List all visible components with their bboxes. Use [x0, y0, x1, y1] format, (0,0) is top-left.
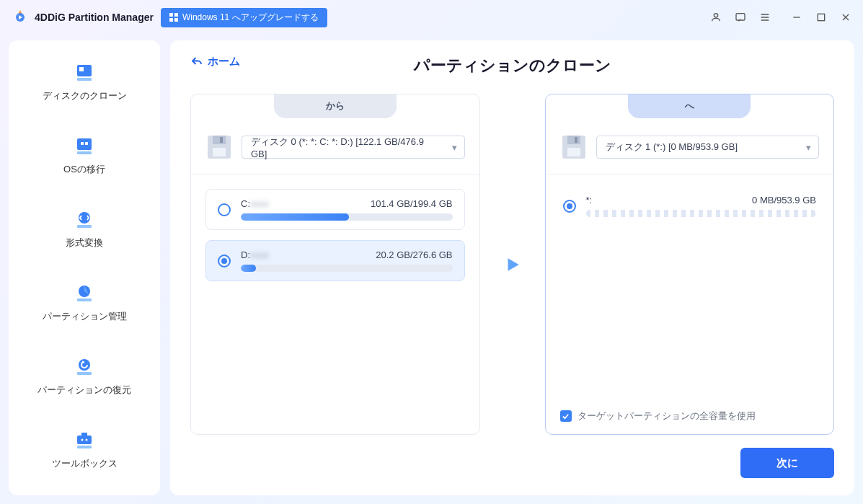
target-partition-0[interactable]: *:0 MB/953.9 GB	[560, 189, 820, 223]
source-disk-select[interactable]: ディスク 0 (*: *: C: *: D:) [122.1 GB/476.9 …	[242, 136, 465, 159]
svg-rect-13	[77, 151, 92, 154]
convert-icon	[73, 208, 96, 231]
close-icon[interactable]	[840, 12, 851, 23]
back-arrow-icon	[190, 56, 203, 68]
svg-point-4	[714, 14, 717, 17]
os-migrate-icon	[73, 134, 96, 157]
svg-rect-21	[81, 433, 87, 437]
next-button[interactable]: 次に	[740, 448, 834, 478]
arrow-icon	[493, 94, 532, 435]
sidebar: ディスクのクローン OSの移行 形式変換 パーティション管理 パーティションの復…	[9, 40, 160, 495]
radio-checked-icon[interactable]	[218, 255, 231, 268]
target-panel: へ ディスク 1 (*:) [0 MB/953.9 GB] *:0 MB/953…	[545, 94, 835, 435]
partition-size: 0 MB/953.9 GB	[752, 195, 816, 205]
svg-rect-9	[77, 78, 92, 81]
floppy-icon	[560, 133, 588, 161]
svg-point-22	[81, 439, 84, 441]
source-partition-list: C:xxxx101.4 GB/199.4 GB D:xxxx20.2 GB/27…	[191, 174, 479, 434]
svg-point-18	[79, 359, 90, 371]
maximize-icon[interactable]	[815, 12, 827, 23]
svg-rect-17	[77, 299, 92, 301]
menu-icon[interactable]	[759, 12, 771, 23]
window-controls	[710, 12, 851, 23]
upgrade-button[interactable]: Windows 11 へアップグレードする	[161, 8, 327, 27]
svg-rect-28	[220, 137, 223, 143]
source-disk-value: ディスク 0 (*: *: C: *: D:) [122.1 GB/476.9 …	[251, 136, 443, 159]
partition-size: 20.2 GB/276.6 GB	[376, 249, 452, 260]
account-icon[interactable]	[710, 12, 722, 23]
sidebar-item-label: ディスクのクローン	[43, 89, 127, 102]
logo-icon	[12, 9, 29, 26]
radio-unchecked-icon[interactable]	[218, 203, 231, 216]
partition-icon	[73, 281, 96, 304]
svg-rect-26	[213, 136, 226, 144]
sidebar-item-label: パーティション管理	[43, 310, 127, 323]
breadcrumb-label: ホーム	[208, 55, 240, 68]
full-capacity-label: ターゲットパーティションの全容量を使用	[577, 410, 756, 423]
svg-rect-30	[567, 136, 580, 144]
svg-rect-3	[174, 18, 178, 22]
sidebar-item-partition-recover[interactable]: パーティションの復元	[9, 348, 160, 404]
svg-rect-32	[575, 137, 577, 143]
sidebar-item-label: 形式変換	[66, 236, 103, 249]
toolbox-icon	[73, 428, 96, 451]
page-title: パーティションのクローン	[190, 55, 834, 76]
source-tab-label: から	[274, 94, 397, 118]
svg-rect-19	[77, 372, 92, 375]
svg-rect-11	[81, 142, 84, 145]
svg-rect-1	[174, 13, 178, 17]
sidebar-item-label: ツールボックス	[52, 457, 118, 470]
sidebar-item-partition-manage[interactable]: パーティション管理	[9, 274, 160, 330]
progress-bar	[241, 265, 453, 272]
app-title: 4DDiG Partition Manager	[35, 12, 154, 23]
feedback-icon[interactable]	[735, 12, 746, 23]
main-panel: ホーム パーティションのクローン から ディスク 0 (*: *: C: *: …	[170, 40, 854, 495]
minimize-icon[interactable]	[791, 12, 802, 23]
target-partition-list: *:0 MB/953.9 GB	[546, 174, 834, 398]
source-partition-1[interactable]: D:xxxx20.2 GB/276.6 GB	[205, 240, 465, 281]
breadcrumb-home[interactable]: ホーム	[190, 55, 240, 68]
svg-rect-27	[213, 148, 226, 156]
svg-rect-12	[85, 142, 88, 145]
recover-icon	[73, 355, 96, 378]
sidebar-item-os-migrate[interactable]: OSの移行	[9, 127, 160, 183]
progress-bar	[241, 213, 453, 221]
source-panel: から ディスク 0 (*: *: C: *: D:) [122.1 GB/476…	[190, 94, 480, 435]
full-capacity-row[interactable]: ターゲットパーティションの全容量を使用	[546, 398, 834, 434]
svg-rect-24	[77, 446, 92, 448]
partition-size: 101.4 GB/199.4 GB	[371, 198, 452, 209]
app-logo: 4DDiG Partition Manager	[12, 9, 154, 26]
target-tab-label: へ	[628, 94, 751, 118]
svg-rect-0	[169, 13, 173, 17]
svg-rect-6	[818, 14, 824, 20]
sidebar-item-label: OSの移行	[63, 163, 105, 176]
svg-rect-15	[77, 225, 92, 228]
sidebar-item-label: パーティションの復元	[37, 384, 131, 397]
partition-name: *:	[586, 195, 593, 205]
checkbox-checked-icon[interactable]	[560, 410, 572, 422]
svg-rect-31	[567, 148, 580, 156]
windows-icon	[169, 13, 178, 22]
radio-checked-icon[interactable]	[563, 200, 576, 213]
titlebar: 4DDiG Partition Manager Windows 11 へアップグ…	[0, 0, 863, 35]
target-disk-select[interactable]: ディスク 1 (*:) [0 MB/953.9 GB]	[596, 136, 820, 159]
svg-rect-5	[736, 14, 745, 20]
floppy-icon	[205, 133, 233, 161]
svg-rect-10	[77, 138, 92, 150]
disk-clone-icon	[73, 61, 96, 84]
upgrade-label: Windows 11 へアップグレードする	[182, 12, 319, 24]
svg-rect-8	[79, 67, 84, 71]
svg-point-23	[86, 439, 88, 441]
sidebar-item-toolbox[interactable]: ツールボックス	[9, 421, 160, 477]
target-disk-value: ディスク 1 (*:) [0 MB/953.9 GB]	[606, 141, 738, 154]
progress-bar	[586, 210, 817, 217]
sidebar-item-disk-clone[interactable]: ディスクのクローン	[9, 53, 160, 110]
svg-rect-2	[169, 18, 173, 22]
sidebar-item-format-convert[interactable]: 形式変換	[9, 200, 160, 257]
source-partition-0[interactable]: C:xxxx101.4 GB/199.4 GB	[205, 189, 465, 230]
